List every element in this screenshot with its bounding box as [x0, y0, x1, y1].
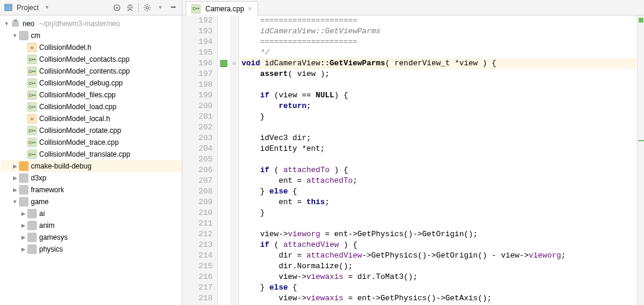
code-line[interactable] [242, 218, 637, 229]
code-line[interactable]: idCameraView::GetViewParms [242, 26, 637, 37]
tree-item-anim[interactable]: ▶anim [1, 220, 182, 231]
chevron-right-icon[interactable]: ▶ [20, 223, 26, 228]
run-line-marker[interactable] [218, 58, 230, 69]
code-line[interactable]: } else { [242, 282, 637, 293]
tree-item-collisionmodel-load-cpp[interactable]: ▶C++CollisionModel_load.cpp [1, 101, 182, 113]
tree-item-gamesys[interactable]: ▶gamesys [1, 231, 182, 243]
code-line[interactable]: dir = attachedView->GetPhysics()->GetOri… [242, 250, 637, 261]
code-text[interactable]: ===================== idCameraView::GetV… [239, 15, 637, 305]
tree-item-collisionmodel-contents-cpp[interactable]: ▶C++CollisionModel_contents.cpp [1, 65, 182, 77]
code-line[interactable]: } [242, 112, 637, 122]
line-number[interactable]: 207 [182, 176, 212, 186]
tree-item-d3xp[interactable]: ▶d3xp [1, 172, 182, 184]
line-number[interactable]: 213 [182, 240, 212, 250]
project-tree[interactable]: ▼neo~/prj/dhewm3-master/neo▼cm▶HCollisio… [0, 15, 182, 305]
close-icon[interactable]: × [246, 5, 253, 13]
tree-item-collisionmodel-h[interactable]: ▶HCollisionModel.h [1, 42, 182, 53]
line-number[interactable]: 195 [182, 47, 212, 58]
line-number[interactable]: 214 [182, 250, 212, 261]
gear-dropdown[interactable]: ▼ [156, 5, 165, 10]
code-line[interactable]: ===================== [242, 37, 637, 47]
fold-toggle-icon[interactable]: ⊟ [230, 58, 239, 69]
code-line[interactable]: if ( attachedTo ) { [242, 165, 637, 176]
code-line[interactable]: } [242, 208, 637, 218]
code-line[interactable] [242, 154, 637, 165]
code-line[interactable]: void idCameraView::GetViewParms( renderV… [242, 58, 637, 69]
line-number[interactable]: 197 [182, 69, 212, 80]
tree-item-neo[interactable]: ▼neo~/prj/dhewm3-master/neo [1, 18, 182, 30]
line-number[interactable]: 192 [182, 15, 212, 26]
tree-item-collisionmodel-files-cpp[interactable]: ▶C++CollisionModel_files.cpp [1, 89, 182, 101]
collapse-all-icon[interactable] [125, 3, 135, 12]
line-number[interactable]: 208 [182, 186, 212, 197]
line-number[interactable]: 199 [182, 90, 212, 101]
project-view-dropdown[interactable]: ▼ [42, 5, 52, 10]
mark-gutter[interactable] [218, 15, 230, 305]
line-number[interactable]: 194 [182, 37, 212, 47]
chevron-right-icon[interactable]: ▶ [20, 246, 26, 252]
tree-item-collisionmodel-translate-cpp[interactable]: ▶C++CollisionModel_translate.cpp [1, 148, 182, 160]
tab-camera-cpp[interactable]: C++ Camera.cpp × [186, 1, 258, 15]
project-view-title[interactable]: Project [17, 4, 39, 12]
tree-item-collisionmodel-trace-cpp[interactable]: ▶C++CollisionModel_trace.cpp [1, 136, 182, 148]
tree-item-collisionmodel-local-h[interactable]: ▶HCollisionModel_local.h [1, 113, 182, 125]
chevron-down-icon[interactable]: ▼ [12, 199, 18, 205]
line-number[interactable]: 209 [182, 197, 212, 208]
code-line[interactable]: view->vieworg = ent->GetPhysics()->GetOr… [242, 229, 637, 240]
line-number[interactable]: 201 [182, 112, 212, 122]
line-number[interactable]: 198 [182, 80, 212, 90]
tree-item-framework[interactable]: ▶framework [1, 184, 182, 196]
code-line[interactable] [242, 80, 637, 90]
code-line[interactable]: */ [242, 47, 637, 58]
tree-item-cm[interactable]: ▼cm [1, 30, 182, 42]
chevron-down-icon[interactable]: ▼ [12, 33, 18, 39]
error-stripe[interactable] [637, 15, 644, 305]
line-number[interactable]: 218 [182, 293, 212, 304]
code-line[interactable]: view->viewaxis = ent->GetPhysics()->GetA… [242, 293, 637, 304]
line-number[interactable]: 204 [182, 144, 212, 154]
tree-item-collisionmodel-rotate-cpp[interactable]: ▶C++CollisionModel_rotate.cpp [1, 125, 182, 136]
hide-panel-icon[interactable] [169, 3, 178, 12]
code-line[interactable]: if (view == NULL) { [242, 90, 637, 101]
code-line[interactable]: dir.Normalize(); [242, 261, 637, 272]
code-line[interactable]: if ( attachedView ) { [242, 240, 637, 250]
line-number[interactable]: 200 [182, 101, 212, 112]
line-number[interactable]: 211 [182, 218, 212, 229]
line-number-gutter[interactable]: 1921931941951961971981992002012022032042… [182, 15, 218, 305]
scroll-from-source-icon[interactable] [112, 3, 122, 12]
chevron-right-icon[interactable]: ▶ [12, 175, 18, 181]
line-number[interactable]: 202 [182, 122, 212, 133]
line-number[interactable]: 193 [182, 26, 212, 37]
code-line[interactable]: idVec3 dir; [242, 133, 637, 144]
code-line[interactable]: ===================== [242, 15, 637, 26]
chevron-right-icon[interactable]: ▶ [20, 211, 26, 217]
tree-item-physics[interactable]: ▶physics [1, 243, 182, 255]
chevron-down-icon[interactable]: ▼ [4, 21, 9, 27]
chevron-right-icon[interactable]: ▶ [12, 163, 18, 169]
tree-item-collisionmodel-contacts-cpp[interactable]: ▶C++CollisionModel_contacts.cpp [1, 53, 182, 65]
code-line[interactable]: return; [242, 101, 637, 112]
line-number[interactable]: 212 [182, 229, 212, 240]
line-number[interactable]: 203 [182, 133, 212, 144]
code-line[interactable]: idEntity *ent; [242, 144, 637, 154]
fold-gutter[interactable]: ⊟ [230, 15, 239, 305]
line-number[interactable]: 206 [182, 165, 212, 176]
line-number[interactable]: 215 [182, 261, 212, 272]
chevron-right-icon[interactable]: ▶ [12, 187, 18, 193]
code-line[interactable]: assert( view ); [242, 69, 637, 80]
gear-icon[interactable] [142, 3, 152, 12]
code-line[interactable]: view->viewaxis = dir.ToMat3(); [242, 272, 637, 282]
code-line[interactable]: ent = attachedTo; [242, 176, 637, 186]
line-number[interactable]: 205 [182, 154, 212, 165]
tree-item-game[interactable]: ▼game [1, 196, 182, 208]
line-number[interactable]: 210 [182, 208, 212, 218]
code-line[interactable] [242, 122, 637, 133]
code-editor[interactable]: 1921931941951961971981992002012022032042… [182, 15, 644, 305]
chevron-right-icon[interactable]: ▶ [20, 234, 26, 240]
tree-item-cmake-build-debug[interactable]: ▶cmake-build-debug [1, 160, 182, 172]
line-number[interactable]: 216 [182, 272, 212, 282]
tree-item-collisionmodel-debug-cpp[interactable]: ▶C++CollisionModel_debug.cpp [1, 77, 182, 89]
line-number[interactable]: 217 [182, 282, 212, 293]
line-number[interactable]: 196 [182, 58, 212, 69]
tree-item-ai[interactable]: ▶ai [1, 208, 182, 220]
